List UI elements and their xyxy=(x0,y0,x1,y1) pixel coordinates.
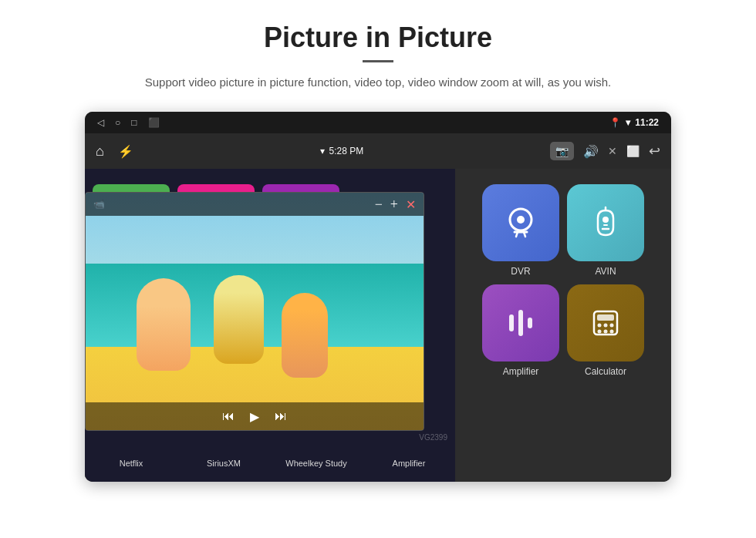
avin-label: AVIN xyxy=(595,266,616,277)
right-area: DVR AVIN xyxy=(455,169,671,482)
left-area: 📹 − + ✕ xyxy=(85,169,455,482)
svg-point-8 xyxy=(598,324,602,328)
fastforward-btn[interactable]: ⏭ xyxy=(275,409,287,423)
status-bar: ◁ ○ □ ⬛ 📍 ▾ 11:22 xyxy=(85,112,671,133)
avin-icon xyxy=(567,184,644,261)
apps-nav-icon[interactable]: ⬛ xyxy=(148,117,160,128)
svg-rect-5 xyxy=(528,318,532,328)
amplifier-app[interactable]: Amplifier xyxy=(482,284,559,377)
pip-controls: − + ✕ xyxy=(375,197,416,213)
svg-point-2 xyxy=(602,217,609,223)
home-icon[interactable]: ⌂ xyxy=(96,143,104,160)
amplifier-label: Amplifier xyxy=(503,366,539,377)
watermark: VG2399 xyxy=(419,433,447,442)
dvr-app[interactable]: DVR xyxy=(482,184,559,277)
status-bar-left: ◁ ○ □ ⬛ xyxy=(97,117,160,128)
svg-point-13 xyxy=(610,330,614,334)
home-nav-icon[interactable]: ○ xyxy=(115,117,120,128)
svg-point-11 xyxy=(598,330,602,334)
dvr-icon xyxy=(482,184,559,261)
person-3 xyxy=(282,293,328,378)
svg-point-12 xyxy=(604,330,608,334)
main-area: 📹 − + ✕ xyxy=(85,169,671,482)
close-icon[interactable]: ✕ xyxy=(608,145,617,157)
camera-icon[interactable]: 📷 xyxy=(550,142,574,160)
svg-rect-3 xyxy=(509,314,514,331)
calculator-label: Calculator xyxy=(585,366,626,377)
page-wrapper: Picture in Picture Support video picture… xyxy=(0,0,756,538)
dvr-label: DVR xyxy=(511,266,530,277)
page-subtitle: Support video picture in picture functio… xyxy=(108,73,648,92)
pip-plus-btn[interactable]: + xyxy=(390,197,398,213)
volume-icon[interactable]: 🔊 xyxy=(583,144,599,159)
back-nav-icon[interactable]: ◁ xyxy=(97,117,104,128)
status-time: 11:22 xyxy=(635,117,659,128)
svg-rect-4 xyxy=(518,310,523,336)
person-1 xyxy=(137,278,191,371)
rewind-btn[interactable]: ⏮ xyxy=(222,409,235,423)
siriusxm-label[interactable]: SiriusXM xyxy=(177,459,270,468)
status-bar-right: 📍 ▾ 11:22 xyxy=(609,117,659,128)
svg-point-1 xyxy=(517,216,525,224)
location-icon: 📍 xyxy=(609,117,621,128)
pip-top-bar: 📹 − + ✕ xyxy=(86,193,424,216)
usb-icon: ⚡ xyxy=(118,144,133,159)
amplifier-icon xyxy=(482,284,559,361)
avin-app[interactable]: AVIN xyxy=(567,184,644,277)
page-title: Picture in Picture xyxy=(46,22,710,54)
beach-photo xyxy=(86,193,424,430)
header-section: Picture in Picture Support video picture… xyxy=(0,0,756,99)
amplifier-label-left[interactable]: Amplifier xyxy=(363,459,455,468)
netflix-label[interactable]: Netflix xyxy=(85,459,177,468)
pip-camera-icon: 📹 xyxy=(93,199,105,210)
recents-nav-icon[interactable]: □ xyxy=(131,117,137,128)
head-unit-right: 📷 🔊 ✕ ⬜ ↩ xyxy=(550,142,660,160)
pip-container[interactable]: 📹 − + ✕ xyxy=(85,192,424,431)
pip-close-btn[interactable]: ✕ xyxy=(406,197,416,212)
wheelkey-label[interactable]: Wheelkey Study xyxy=(270,459,363,468)
svg-point-10 xyxy=(610,324,614,328)
calculator-app[interactable]: Calculator xyxy=(567,284,644,377)
back-icon[interactable]: ↩ xyxy=(649,143,660,160)
app-row-1: DVR AVIN xyxy=(463,184,663,277)
minimize-icon[interactable]: ⬜ xyxy=(626,145,640,157)
title-divider xyxy=(363,60,393,62)
svg-rect-7 xyxy=(597,314,614,321)
device-frame: ◁ ○ □ ⬛ 📍 ▾ 11:22 ⌂ ⚡ ▾ 5:28 PM 📷 xyxy=(85,112,671,482)
app-row-2: Amplifier xyxy=(463,284,663,377)
pip-playback-bar: ⏮ ▶ ⏭ xyxy=(86,402,424,430)
person-2 xyxy=(214,275,264,364)
pip-minus-btn[interactable]: − xyxy=(375,197,383,213)
wifi-icon: ▾ xyxy=(626,117,630,128)
head-unit-bar: ⌂ ⚡ ▾ 5:28 PM 📷 🔊 ✕ ⬜ ↩ xyxy=(85,133,671,169)
head-unit-time: 5:28 PM xyxy=(329,146,364,156)
calculator-icon xyxy=(567,284,644,361)
head-unit-center: ▾ 5:28 PM xyxy=(320,146,364,156)
head-unit-left: ⌂ ⚡ xyxy=(96,143,133,160)
wifi-status-icon: ▾ xyxy=(320,146,325,156)
bottom-labels-left: Netflix SiriusXM Wheelkey Study Amplifie… xyxy=(85,445,455,482)
svg-point-9 xyxy=(604,324,608,328)
play-btn[interactable]: ▶ xyxy=(250,409,259,424)
